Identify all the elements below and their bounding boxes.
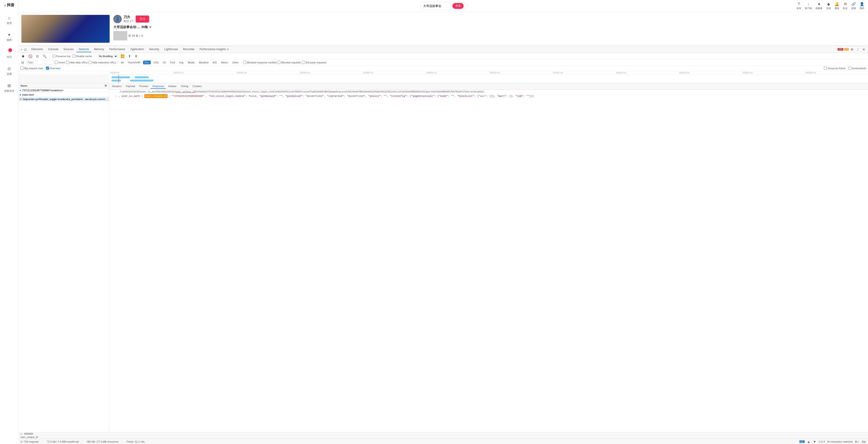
sidebar-item-recommend[interactable]: ✦ 推荐 (2, 31, 17, 43)
wifi-icon-button[interactable]: 📶 (120, 54, 125, 59)
tab-payload[interactable]: Payload (124, 84, 137, 89)
overview-checkbox[interactable]: Overview (46, 67, 60, 70)
follow-button[interactable]: 关注 (136, 15, 149, 23)
devtools-cursor-icon[interactable]: ⊹ (21, 48, 23, 51)
tab-cookies[interactable]: Cookies (191, 84, 204, 89)
horizontal-scrollbar[interactable]: ◁ (19, 432, 868, 435)
preserve-log-checkbox[interactable]: Preserve log (52, 55, 70, 58)
tick-550: 550000 ms (742, 71, 805, 74)
font-size-up-button[interactable]: A+ (854, 440, 859, 444)
tab-preview[interactable]: Preview (137, 84, 150, 89)
overview-input[interactable] (46, 67, 49, 70)
devtools-device-icon[interactable]: ◱ (24, 48, 27, 51)
throttle-select[interactable]: No throttling (97, 54, 118, 58)
preserve-log-input[interactable] (52, 55, 55, 58)
hide-data-urls-checkbox[interactable]: Hide data URLs (66, 61, 88, 64)
filter-wasm[interactable]: Wasm (219, 61, 230, 64)
blocked-cookies-input[interactable] (243, 61, 246, 64)
timeline-overview: 50000 ms 100000 ms 150000 ms 200000 ms 2… (19, 71, 868, 83)
tab-initiator[interactable]: Initiator (166, 84, 178, 89)
sidebar-item-home[interactable]: ⌂ 首页 (2, 14, 17, 26)
header-creator[interactable]: ★ 创建者 (815, 2, 823, 10)
tab-headers[interactable]: Headers (110, 84, 124, 89)
disable-cache-input[interactable] (72, 55, 75, 58)
filter-other[interactable]: Other (230, 61, 240, 64)
blocked-cookies-checkbox[interactable]: Blocked response cookies (243, 61, 277, 64)
disable-cache-checkbox[interactable]: Disable cache (72, 55, 92, 58)
search-input[interactable] (423, 4, 451, 8)
tab-console[interactable]: Console (46, 47, 61, 52)
request-row-2[interactable]: ● index.html (19, 93, 109, 97)
tab-recorder[interactable]: Recorder (181, 47, 197, 52)
big-requests-checkbox[interactable]: Big request rows (21, 67, 43, 70)
filter-doc[interactable]: Doc (143, 61, 151, 64)
hide-ext-urls-input[interactable] (89, 61, 92, 64)
devtools-close-icon[interactable]: ✕ (862, 47, 866, 52)
screenshots-input[interactable] (848, 67, 851, 70)
tab-sources[interactable]: Sources (61, 47, 76, 52)
tab-timing[interactable]: Timing (179, 84, 190, 89)
screenshots-checkbox[interactable]: Screenshots (848, 67, 866, 70)
scroll-thumb[interactable] (24, 433, 33, 435)
invert-input[interactable] (55, 61, 58, 64)
group-by-frame-checkbox[interactable]: Group by frame (824, 67, 845, 70)
filter-css[interactable]: CSS (152, 61, 160, 64)
clear-button[interactable]: 🚫 (27, 54, 33, 59)
request-row[interactable]: ● 7372111361087769896?modefrom= (19, 88, 109, 93)
tab-lighthouse[interactable]: Lighthouse (162, 47, 180, 52)
filter-media[interactable]: Media (186, 61, 196, 64)
search-button[interactable]: 搜索 (453, 3, 464, 9)
request-row-3[interactable]: ✕ helpcenter-pc/#header_toggle=true&extr… (19, 97, 109, 101)
video-thumbnail[interactable] (21, 15, 110, 43)
tab-memory[interactable]: Memory (92, 47, 106, 52)
tab-performance[interactable]: Performance (107, 47, 127, 52)
hide-ext-urls-checkbox[interactable]: Hide extension URLs (89, 61, 116, 64)
search-button-toolbar[interactable]: 🔍 (41, 54, 48, 59)
header-notification[interactable]: 🔔 通知 (835, 2, 839, 10)
filter-ws[interactable]: WS (211, 61, 218, 64)
import-button[interactable]: ⬆ (127, 54, 132, 59)
tab-performance-insights[interactable]: Performance insights ⚠ (197, 47, 231, 52)
third-party-input[interactable] (302, 61, 305, 64)
hide-data-urls-input[interactable] (66, 61, 69, 64)
filter-all[interactable]: All (119, 61, 125, 64)
export-button[interactable]: ⬇ (134, 54, 138, 59)
sidebar-item-follow[interactable]: ♡ 关注 (2, 48, 17, 60)
header-client[interactable]: ↓ 客户端 (805, 2, 812, 10)
header-feedback[interactable]: ? 反馈 (797, 2, 801, 10)
header-profile[interactable]: 👤 我的 (860, 2, 864, 10)
third-party-checkbox[interactable]: 3rd-party requests (302, 61, 326, 64)
invert-checkbox[interactable]: Invert (55, 61, 65, 64)
tab-security[interactable]: Security (147, 47, 161, 52)
blocked-requests-checkbox[interactable]: Blocked requests (278, 61, 301, 64)
tab-elements[interactable]: Elements (29, 47, 45, 52)
dc-down-button[interactable]: ▼ (812, 440, 817, 444)
devtools-more-icon[interactable]: ⋮ (856, 47, 861, 52)
devtools-settings-icon[interactable]: ⚙ (850, 47, 855, 52)
font-size-down-button[interactable]: Aa (861, 440, 866, 444)
filter-img[interactable]: Img (178, 61, 185, 64)
close-response-panel-button[interactable]: ✕ (103, 83, 108, 88)
tab-response[interactable]: Response (151, 84, 166, 89)
header-activity[interactable]: ◆ 活动 (826, 2, 831, 10)
filter-input[interactable] (26, 61, 54, 64)
episode-thumbnail[interactable] (113, 31, 127, 40)
filter-icon[interactable]: ⊟ (21, 60, 25, 65)
filter-font[interactable]: Font (168, 61, 177, 64)
sidebar-item-settings[interactable]: ⊙ 设置 (2, 65, 17, 77)
filter-manifest[interactable]: Manifest (197, 61, 210, 64)
filter-icon-button[interactable]: ⊟ (35, 54, 40, 59)
header-link[interactable]: 🔗 链接 (851, 2, 856, 10)
overview-label: Overview (50, 67, 60, 70)
filter-js[interactable]: JS (161, 61, 167, 64)
filter-fetch-xhr[interactable]: Fetch/XHR (126, 61, 142, 64)
header-message[interactable]: ✉ 私信 (843, 2, 847, 10)
group-by-frame-input[interactable] (824, 67, 827, 70)
dc-up-button[interactable]: ▲ (806, 440, 811, 444)
sidebar-item-business[interactable]: ⊞ 业务合作 (2, 82, 17, 94)
record-button[interactable]: ⏺ (21, 54, 26, 59)
tab-application[interactable]: Application (128, 47, 146, 52)
big-requests-input[interactable] (21, 67, 24, 70)
tab-network[interactable]: Network (76, 47, 91, 52)
blocked-requests-input[interactable] (278, 61, 281, 64)
